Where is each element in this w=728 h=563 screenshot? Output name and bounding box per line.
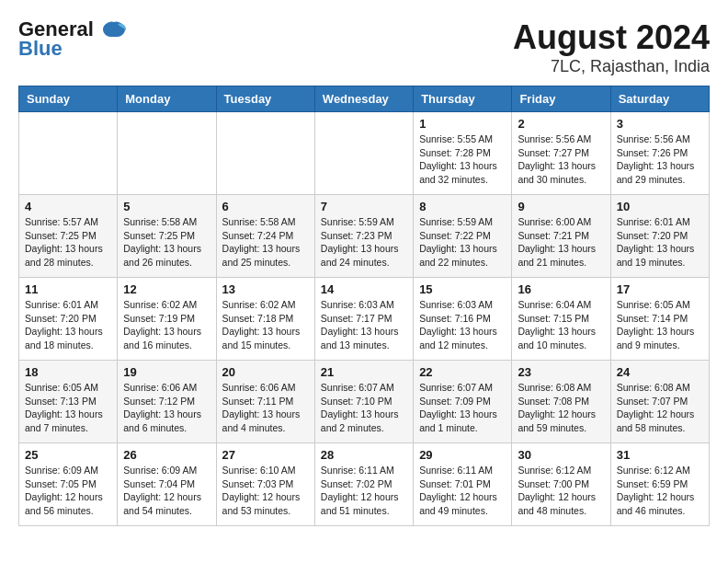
calendar-cell: 15Sunrise: 6:03 AM Sunset: 7:16 PM Dayli… [414, 278, 512, 361]
weekday-header-monday: Monday [118, 86, 216, 112]
calendar-cell: 12Sunrise: 6:02 AM Sunset: 7:19 PM Dayli… [118, 278, 216, 361]
day-number: 20 [222, 365, 309, 379]
day-number: 16 [518, 282, 604, 296]
day-info: Sunrise: 6:07 AM Sunset: 7:10 PM Dayligh… [321, 381, 407, 435]
day-info: Sunrise: 6:02 AM Sunset: 7:18 PM Dayligh… [222, 298, 309, 352]
day-number: 14 [321, 282, 407, 296]
day-number: 3 [617, 117, 703, 131]
day-number: 29 [419, 448, 506, 462]
calendar-cell: 30Sunrise: 6:12 AM Sunset: 7:00 PM Dayli… [512, 443, 610, 526]
day-number: 24 [617, 365, 703, 379]
day-number: 9 [518, 200, 604, 213]
day-number: 13 [222, 282, 309, 296]
calendar-week-1: 1Sunrise: 5:55 AM Sunset: 7:28 PM Daylig… [19, 112, 710, 195]
calendar-cell: 8Sunrise: 5:59 AM Sunset: 7:22 PM Daylig… [414, 195, 512, 278]
calendar-cell: 16Sunrise: 6:04 AM Sunset: 7:15 PM Dayli… [512, 278, 610, 361]
day-number: 8 [419, 200, 506, 213]
day-number: 4 [25, 200, 111, 213]
calendar-body: 1Sunrise: 5:55 AM Sunset: 7:28 PM Daylig… [19, 112, 710, 526]
page-header: General Blue August 2024 7LC, Rajasthan,… [18, 18, 710, 76]
day-info: Sunrise: 6:11 AM Sunset: 7:01 PM Dayligh… [419, 464, 506, 518]
weekday-header-tuesday: Tuesday [216, 86, 314, 112]
calendar-cell: 25Sunrise: 6:09 AM Sunset: 7:05 PM Dayli… [19, 443, 118, 526]
day-info: Sunrise: 6:08 AM Sunset: 7:07 PM Dayligh… [617, 381, 703, 435]
day-number: 27 [222, 448, 309, 462]
calendar-cell [19, 112, 118, 195]
day-number: 17 [617, 282, 703, 296]
calendar-cell: 1Sunrise: 5:55 AM Sunset: 7:28 PM Daylig… [414, 112, 512, 195]
day-info: Sunrise: 6:05 AM Sunset: 7:13 PM Dayligh… [25, 381, 111, 435]
day-info: Sunrise: 6:06 AM Sunset: 7:12 PM Dayligh… [123, 381, 210, 435]
day-info: Sunrise: 6:09 AM Sunset: 7:05 PM Dayligh… [25, 464, 111, 518]
calendar-cell: 19Sunrise: 6:06 AM Sunset: 7:12 PM Dayli… [118, 361, 216, 443]
day-info: Sunrise: 5:56 AM Sunset: 7:27 PM Dayligh… [518, 132, 604, 187]
calendar-week-4: 18Sunrise: 6:05 AM Sunset: 7:13 PM Dayli… [19, 361, 710, 443]
day-info: Sunrise: 6:00 AM Sunset: 7:21 PM Dayligh… [518, 215, 604, 270]
month-title: August 2024 [513, 18, 710, 57]
day-number: 18 [25, 365, 111, 379]
calendar-cell: 24Sunrise: 6:08 AM Sunset: 7:07 PM Dayli… [610, 361, 709, 443]
weekday-header-wednesday: Wednesday [314, 86, 413, 112]
day-number: 7 [321, 200, 407, 213]
calendar-cell: 17Sunrise: 6:05 AM Sunset: 7:14 PM Dayli… [610, 278, 709, 361]
day-info: Sunrise: 6:12 AM Sunset: 6:59 PM Dayligh… [617, 464, 703, 518]
calendar-week-2: 4Sunrise: 5:57 AM Sunset: 7:25 PM Daylig… [19, 195, 710, 278]
calendar-cell: 31Sunrise: 6:12 AM Sunset: 6:59 PM Dayli… [610, 443, 709, 526]
day-info: Sunrise: 6:03 AM Sunset: 7:16 PM Dayligh… [419, 298, 506, 352]
day-info: Sunrise: 6:06 AM Sunset: 7:11 PM Dayligh… [222, 381, 309, 435]
day-info: Sunrise: 6:04 AM Sunset: 7:15 PM Dayligh… [518, 298, 604, 352]
weekday-header-saturday: Saturday [610, 86, 709, 112]
calendar-cell: 4Sunrise: 5:57 AM Sunset: 7:25 PM Daylig… [19, 195, 118, 278]
weekday-header-row: SundayMondayTuesdayWednesdayThursdayFrid… [19, 86, 710, 112]
day-number: 5 [123, 200, 210, 213]
day-number: 2 [518, 117, 604, 131]
calendar-cell: 29Sunrise: 6:11 AM Sunset: 7:01 PM Dayli… [414, 443, 512, 526]
title-block: August 2024 7LC, Rajasthan, India [513, 18, 710, 76]
day-number: 15 [419, 282, 506, 296]
location-text: 7LC, Rajasthan, India [513, 57, 710, 76]
day-number: 11 [25, 282, 111, 296]
calendar-header: SundayMondayTuesdayWednesdayThursdayFrid… [19, 86, 710, 112]
calendar-cell: 14Sunrise: 6:03 AM Sunset: 7:17 PM Dayli… [314, 278, 413, 361]
day-info: Sunrise: 6:01 AM Sunset: 7:20 PM Dayligh… [25, 298, 111, 352]
calendar-cell: 11Sunrise: 6:01 AM Sunset: 7:20 PM Dayli… [19, 278, 118, 361]
day-number: 1 [419, 117, 506, 131]
logo-bird-icon [101, 20, 127, 40]
day-info: Sunrise: 6:12 AM Sunset: 7:00 PM Dayligh… [518, 464, 604, 518]
day-info: Sunrise: 5:59 AM Sunset: 7:23 PM Dayligh… [321, 215, 407, 270]
calendar-cell: 20Sunrise: 6:06 AM Sunset: 7:11 PM Dayli… [216, 361, 314, 443]
calendar-cell [216, 112, 314, 195]
calendar-cell: 28Sunrise: 6:11 AM Sunset: 7:02 PM Dayli… [314, 443, 413, 526]
day-info: Sunrise: 5:57 AM Sunset: 7:25 PM Dayligh… [25, 215, 111, 270]
day-number: 25 [25, 448, 111, 462]
day-number: 30 [518, 448, 604, 462]
calendar-cell: 27Sunrise: 6:10 AM Sunset: 7:03 PM Dayli… [216, 443, 314, 526]
calendar-week-5: 25Sunrise: 6:09 AM Sunset: 7:05 PM Dayli… [19, 443, 710, 526]
day-info: Sunrise: 6:05 AM Sunset: 7:14 PM Dayligh… [617, 298, 703, 352]
calendar-cell: 13Sunrise: 6:02 AM Sunset: 7:18 PM Dayli… [216, 278, 314, 361]
calendar-cell: 10Sunrise: 6:01 AM Sunset: 7:20 PM Dayli… [610, 195, 709, 278]
calendar-cell: 22Sunrise: 6:07 AM Sunset: 7:09 PM Dayli… [414, 361, 512, 443]
day-info: Sunrise: 6:11 AM Sunset: 7:02 PM Dayligh… [321, 464, 407, 518]
day-number: 10 [617, 200, 703, 213]
logo: General Blue [18, 18, 127, 61]
day-info: Sunrise: 6:10 AM Sunset: 7:03 PM Dayligh… [222, 464, 309, 518]
weekday-header-friday: Friday [512, 86, 610, 112]
calendar-cell: 18Sunrise: 6:05 AM Sunset: 7:13 PM Dayli… [19, 361, 118, 443]
weekday-header-sunday: Sunday [19, 86, 118, 112]
day-info: Sunrise: 6:08 AM Sunset: 7:08 PM Dayligh… [518, 381, 604, 435]
day-info: Sunrise: 6:02 AM Sunset: 7:19 PM Dayligh… [123, 298, 210, 352]
calendar-cell: 6Sunrise: 5:58 AM Sunset: 7:24 PM Daylig… [216, 195, 314, 278]
calendar-cell: 23Sunrise: 6:08 AM Sunset: 7:08 PM Dayli… [512, 361, 610, 443]
day-info: Sunrise: 5:58 AM Sunset: 7:24 PM Dayligh… [222, 215, 309, 270]
calendar-cell [118, 112, 216, 195]
day-info: Sunrise: 5:59 AM Sunset: 7:22 PM Dayligh… [419, 215, 506, 270]
day-info: Sunrise: 6:09 AM Sunset: 7:04 PM Dayligh… [123, 464, 210, 518]
day-number: 6 [222, 200, 309, 213]
day-number: 31 [617, 448, 703, 462]
calendar-cell: 26Sunrise: 6:09 AM Sunset: 7:04 PM Dayli… [118, 443, 216, 526]
day-number: 23 [518, 365, 604, 379]
day-number: 26 [123, 448, 210, 462]
calendar-cell [314, 112, 413, 195]
day-info: Sunrise: 6:07 AM Sunset: 7:09 PM Dayligh… [419, 381, 506, 435]
